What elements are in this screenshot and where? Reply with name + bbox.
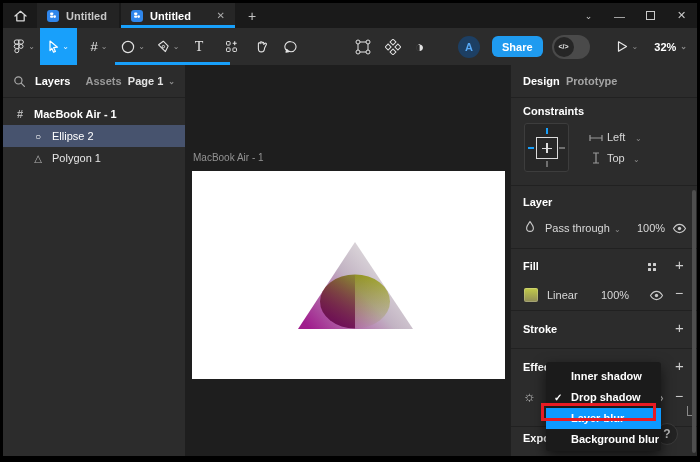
mask-icon[interactable]: ◑ xyxy=(415,39,424,54)
tab-assets[interactable]: Assets xyxy=(85,75,121,87)
chevron-down-icon: ⌄ xyxy=(614,225,621,234)
frame-label[interactable]: MacBook Air - 1 xyxy=(193,152,264,163)
pen-icon xyxy=(157,40,170,53)
ellipse-icon xyxy=(121,40,135,54)
comment-tool-button[interactable] xyxy=(276,28,306,65)
chevron-down-icon: ⌄ xyxy=(168,77,175,86)
chevron-down-icon: ⌄ xyxy=(173,42,180,51)
constraints-widget[interactable] xyxy=(524,123,569,172)
design-frame[interactable] xyxy=(192,171,505,379)
blend-mode-icon xyxy=(524,220,536,234)
menu-item-background-blur[interactable]: Background blur xyxy=(546,429,661,450)
inspector-panel: Design Prototype Constraints Left ⌄ Top xyxy=(510,65,697,456)
constraint-left-tick[interactable] xyxy=(528,147,534,149)
layer-name: MacBook Air - 1 xyxy=(34,108,117,120)
toolbar-right: A Share </> ⌄ 32% ⌄ xyxy=(458,28,697,65)
chevron-down-icon: ⌄ xyxy=(62,42,69,51)
figma-file-icon xyxy=(131,10,143,22)
tab-label: Untitled xyxy=(66,10,107,22)
chevron-down-icon: ⌄ xyxy=(680,42,687,51)
add-fill-button[interactable]: + xyxy=(675,256,684,273)
constraint-right-tick[interactable] xyxy=(559,147,565,149)
styles-icon[interactable] xyxy=(648,263,656,271)
layer-row-frame[interactable]: # MacBook Air - 1 xyxy=(3,103,185,125)
panel-scrollbar[interactable] xyxy=(692,190,696,453)
chevron-down-icon: ⌄ xyxy=(101,42,108,51)
layers-panel-header: Layers Assets Page 1 ⌄ xyxy=(3,65,185,98)
home-button[interactable] xyxy=(3,3,37,28)
hand-tool-button[interactable] xyxy=(246,28,276,65)
window-controls: ⌄ — ✕ xyxy=(573,3,697,28)
layer-row-ellipse[interactable]: ○ Ellipse 2 xyxy=(3,125,185,147)
minimize-icon[interactable]: — xyxy=(604,3,635,28)
cursor-icon xyxy=(48,40,59,53)
resources-icon xyxy=(225,40,238,53)
zoom-level: 32% xyxy=(654,41,676,53)
main-menu-button[interactable]: ⌄ xyxy=(8,28,40,65)
layer-name: Polygon 1 xyxy=(52,152,101,164)
eye-icon[interactable] xyxy=(649,290,664,301)
chevron-down-icon: ⌄ xyxy=(635,134,642,143)
add-stroke-button[interactable]: + xyxy=(675,319,684,336)
zoom-menu[interactable]: 32% ⌄ xyxy=(654,41,687,53)
fill-section-title: Fill xyxy=(523,260,539,272)
fill-opacity-field[interactable]: 100% xyxy=(601,289,629,301)
pen-tool-button[interactable]: ⌄ xyxy=(150,28,186,65)
close-icon[interactable]: ✕ xyxy=(666,3,697,28)
share-button[interactable]: Share xyxy=(492,36,543,57)
file-tab-untitled-2-active[interactable]: Untitled ✕ xyxy=(121,3,235,28)
layer-section-title: Layer xyxy=(523,196,552,208)
fill-color-swatch[interactable] xyxy=(524,288,538,302)
remove-fill-button[interactable]: − xyxy=(675,285,683,301)
blend-mode-select[interactable]: Pass through xyxy=(545,222,610,234)
layer-opacity-field[interactable]: 100% xyxy=(637,222,665,234)
layer-row-polygon[interactable]: △ Polygon 1 xyxy=(3,147,185,169)
tab-design[interactable]: Design xyxy=(523,75,560,87)
text-tool-icon: T xyxy=(195,39,204,55)
constraint-bottom-tick[interactable] xyxy=(546,161,548,167)
chevron-down-icon: ⌄ xyxy=(633,155,640,164)
remove-effect-button[interactable]: − xyxy=(675,388,683,404)
dev-mode-icon: </> xyxy=(554,37,574,57)
frame-icon: # xyxy=(14,108,26,120)
frame-icon: # xyxy=(91,39,98,54)
artwork xyxy=(192,171,505,379)
create-component-icon[interactable] xyxy=(385,39,401,55)
resources-button[interactable] xyxy=(216,28,246,65)
figma-app-window: Untitled Untitled ✕ + ⌄ — ✕ xyxy=(0,0,700,462)
dev-mode-toggle[interactable]: </> xyxy=(552,35,590,59)
red-annotation-box xyxy=(541,403,656,421)
stroke-section-title: Stroke xyxy=(523,323,557,335)
figma-file-icon xyxy=(47,10,59,22)
tab-layers[interactable]: Layers xyxy=(35,75,70,87)
present-button[interactable]: ⌄ xyxy=(616,40,639,53)
tab-label: Untitled xyxy=(150,10,191,22)
add-effect-button[interactable]: + xyxy=(675,357,684,374)
shape-tool-button[interactable]: ⌄ xyxy=(116,28,150,65)
tab-close-icon[interactable]: ✕ xyxy=(217,11,225,21)
horizontal-constraint-select[interactable]: Left xyxy=(607,131,625,143)
effect-type-icon[interactable]: ☼ xyxy=(523,388,536,404)
text-tool-button[interactable]: T xyxy=(186,28,212,65)
move-tool-button[interactable]: ⌄ xyxy=(40,28,77,65)
canvas[interactable]: MacBook Air - 1 xyxy=(185,65,510,456)
layers-panel: Layers Assets Page 1 ⌄ # MacBook Air - 1… xyxy=(3,65,185,456)
edit-object-icon[interactable] xyxy=(355,39,371,55)
window-menu-chevron-icon[interactable]: ⌄ xyxy=(573,3,604,28)
page-selector[interactable]: Page 1 ⌄ xyxy=(128,75,175,87)
avatar[interactable]: A xyxy=(458,36,480,58)
search-icon[interactable] xyxy=(13,75,26,88)
file-tab-untitled-1[interactable]: Untitled xyxy=(37,3,119,28)
vertical-constraint-select[interactable]: Top xyxy=(607,152,625,164)
eye-icon[interactable] xyxy=(672,223,687,234)
fill-type[interactable]: Linear xyxy=(547,289,578,301)
tab-prototype[interactable]: Prototype xyxy=(566,75,617,87)
new-tab-button[interactable]: + xyxy=(237,3,267,28)
vertical-constraint-icon xyxy=(592,152,600,164)
frame-tool-button[interactable]: # ⌄ xyxy=(82,28,116,65)
maximize-icon[interactable] xyxy=(635,3,666,28)
menu-item-inner-shadow[interactable]: Inner shadow xyxy=(546,366,661,387)
constraint-top-tick[interactable] xyxy=(546,128,548,134)
selection-tools: ◑ xyxy=(355,28,424,65)
comment-icon xyxy=(284,40,298,54)
